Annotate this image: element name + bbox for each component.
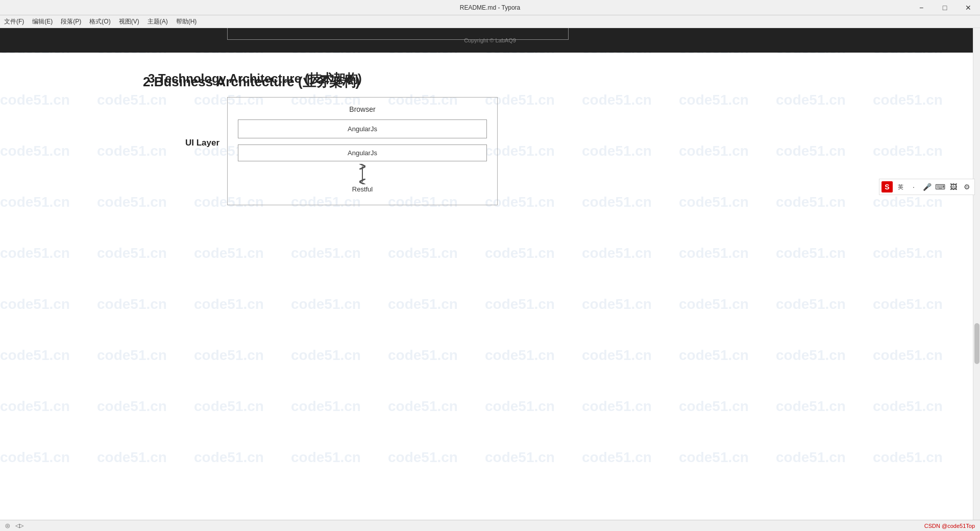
status-bar: ◎ ◁▷ CSDN @code51Top — [0, 520, 980, 531]
menu-edit[interactable]: 编辑(E) — [28, 16, 57, 27]
restful-arrow — [238, 164, 487, 184]
tech-architecture-diagram: UI Layer Browser AngularJs AngularJs — [0, 97, 980, 205]
settings-icon[interactable]: ⚙ — [961, 181, 972, 192]
scrollbar-thumb[interactable] — [974, 323, 979, 364]
status-left: ◎ ◁▷ — [5, 522, 23, 529]
titlebar: README.md - Typora − □ ✕ — [0, 0, 980, 15]
status-nav-icon: ◁▷ — [15, 522, 23, 529]
ui-layer-label-col: UI Layer — [148, 97, 227, 205]
browser-label: Browser — [238, 105, 487, 113]
minimize-button[interactable]: − — [910, 0, 933, 15]
angularjs-box-1: AngularJs — [238, 119, 487, 138]
mic-icon[interactable]: 🎤 — [921, 181, 933, 192]
keyboard-icon[interactable]: ⌨ — [935, 181, 946, 192]
english-icon[interactable]: 英 — [895, 181, 906, 192]
menu-theme[interactable]: 主题(A) — [143, 16, 172, 27]
menu-file[interactable]: 文件(F) — [0, 16, 28, 27]
image-icon[interactable]: 🖼 — [948, 181, 959, 192]
menu-view[interactable]: 视图(V) — [115, 16, 143, 27]
status-circle-icon: ◎ — [5, 522, 10, 529]
window-controls: − □ ✕ — [910, 0, 980, 15]
dot-icon[interactable]: · — [908, 181, 919, 192]
maximize-button[interactable]: □ — [933, 0, 957, 15]
content-area: Copyright © LabAQ9 2.Business Architectu… — [0, 28, 980, 226]
menubar: 文件(F) 编辑(E) 段落(P) 格式(O) 视图(V) 主题(A) 帮助(H… — [0, 15, 980, 28]
csdn-link[interactable]: CSDN @code51Top — [924, 523, 975, 529]
right-toolbar: S 英 · 🎤 ⌨ 🖼 ⚙ — [879, 179, 975, 195]
tech-diagram-box: Browser AngularJs AngularJs — [227, 97, 498, 205]
status-right: CSDN @code51Top — [924, 523, 975, 529]
scrollbar[interactable] — [973, 28, 980, 520]
angularjs-box-2: AngularJs — [238, 144, 487, 161]
menu-paragraph[interactable]: 段落(P) — [57, 16, 85, 27]
menu-help[interactable]: 帮助(H) — [172, 16, 201, 27]
close-button[interactable]: ✕ — [957, 0, 980, 15]
window-title: README.md - Typora — [460, 4, 520, 11]
menu-format[interactable]: 格式(O) — [85, 16, 114, 27]
restful-label: Restful — [238, 185, 487, 193]
bidirectional-arrow-icon — [355, 164, 370, 184]
ui-layer-label: UI Layer — [185, 138, 219, 148]
s-icon[interactable]: S — [881, 181, 893, 192]
